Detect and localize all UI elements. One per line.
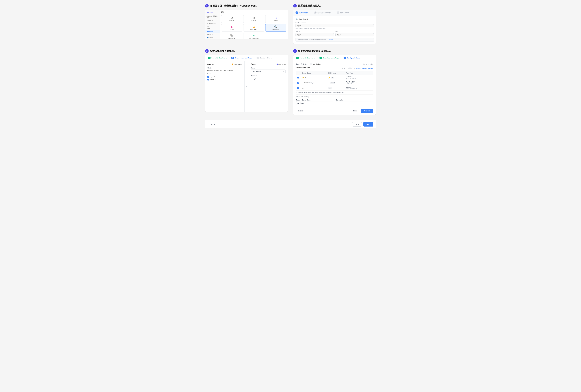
db-card-opensearch[interactable]: 🔍 OpenSearch: [265, 24, 286, 32]
connect-form: 🔍 OpenSearch Cluster Endpoint 例如 https:/…: [293, 16, 376, 44]
sidebar-nav-migrate[interactable]: ⇄ 数据迁移: [205, 30, 220, 33]
schema-row-text: text text VARCHA: [296, 86, 373, 91]
db-card-qdrant[interactable]: ◆ Qdrant: [221, 24, 242, 32]
row-text-field-type: VARCHAR Max Length 65535: [346, 86, 367, 90]
bottom-btn-group: Back Next: [352, 122, 373, 126]
auto-id-label: Auto ID: [342, 68, 347, 69]
source-info: Source: my-index: [363, 64, 373, 65]
advanced-section: Advanced Settings ∨ Target Collection Na…: [296, 94, 373, 105]
db-card-cloud-db[interactable]: ☁ 腾讯云向量数据库: [243, 32, 264, 39]
index-label-select-all: Select All: [210, 79, 216, 80]
target-coll-name: my_index: [313, 63, 320, 65]
wh-step3: 3 Configure Schema: [256, 56, 272, 59]
row-text-source-col: text: [302, 87, 326, 89]
schema-cancel-button[interactable]: Cancel: [296, 109, 306, 113]
source-cluster-label: Cluster: [208, 67, 242, 69]
step2-badge: 2: [293, 4, 297, 8]
schema-mapping-link[interactable]: Schema Mapping Guide ↗: [356, 68, 373, 69]
cluster-endpoint-hint: 例如 https://<id>.us-east-2.aoss.amazonaws…: [296, 28, 374, 29]
step4-panel: ✓ Connect to Data Source — ✓ Select Sour…: [293, 55, 376, 115]
source-tag: Elasticsearch: [232, 64, 242, 65]
schema-back-button[interactable]: Back: [350, 109, 359, 113]
target-pane-header: Target Zilliz Cloud: [251, 63, 286, 65]
sidebar-nav-current-org[interactable]: ⚙ 当前组织: [205, 19, 220, 22]
db-card-elasticsearch[interactable]: 🗂 Elasticsearch: [243, 24, 264, 32]
wizard-step3-num: 3: [337, 11, 340, 14]
migration-panel-title: 迁移: [221, 11, 286, 14]
wh-step1: ✓ Connect to Data Source: [208, 56, 227, 59]
sidebar-nav-clusters[interactable]: ◉ 集群: [205, 27, 220, 30]
target-pane: Target Zilliz Cloud Cluster Dedicated-02…: [248, 61, 288, 112]
wizard-step3: 3 配置 Schema: [337, 11, 349, 14]
row-vector-source-col: → vector dense_v...: [302, 82, 326, 84]
source-logo: 🔍 OpenSearch: [296, 18, 374, 20]
db-card-milvus[interactable]: ⬡ Milvus: [265, 15, 286, 23]
db-card-external-org[interactable]: ⊕ 外部组织: [243, 15, 264, 23]
col-header-field-type: Field Type: [344, 71, 368, 75]
step1-title: 在项目首页，选择数据迁移 > OpenSearch。: [210, 4, 258, 7]
password-input[interactable]: [336, 33, 374, 36]
username-label: 用户名: [296, 31, 334, 33]
next-button[interactable]: Next: [363, 122, 373, 126]
index-item-my-index[interactable]: ✓ my-index: [208, 76, 242, 78]
step3-wizard-header: ✓ Connect to Data Source — 2 Select Sour…: [205, 55, 288, 61]
target-cluster-label: Cluster: [251, 67, 286, 69]
sidebar-project: Zilliz Cloud 背景数据订阅: [205, 15, 220, 19]
index-label-my-index: my-index: [210, 76, 216, 78]
schema-row-vector: → vector dense_v... → vector: [296, 80, 373, 86]
db-card-postgresql[interactable]: 🐘 PostgreSQL: [221, 32, 242, 39]
sidebar-nav-space[interactable]: 空间: [205, 25, 220, 27]
step4-wh-step1: ✓ Connect to Data Source: [296, 56, 315, 59]
step4-wh-step2-num: ✓: [320, 56, 322, 59]
wizard-step1-num: 1: [296, 11, 298, 14]
sidebar-nav-api[interactable]: ◻ API Playground: [205, 22, 220, 25]
step3-panel: ✓ Connect to Data Source — 2 Select Sour…: [205, 55, 288, 112]
schema-controls: Auto ID Off Schema Mapping Guide ↗: [342, 68, 373, 70]
auto-id-toggle[interactable]: [348, 68, 352, 70]
step4-wh-step3-label: Configure Schema: [347, 57, 360, 59]
wizard-step1: 1 连接至数据源: [296, 11, 308, 14]
row-text-checkbox[interactable]: [297, 87, 299, 89]
collection-item: ▭ my-index: [251, 78, 286, 80]
row-vector-field-type: FLOAT_VECTOR Dimension 3: [346, 81, 367, 84]
advanced-title[interactable]: Advanced Settings ∨: [296, 96, 373, 98]
index-item-select-all[interactable]: ✓ Select All: [208, 78, 242, 81]
wh-step1-num: ✓: [208, 56, 210, 59]
source-index-label: Index: [208, 73, 242, 74]
row-text-field-name: text: [328, 87, 343, 89]
index-section: ✓ my-index ✓ Select All: [208, 76, 242, 81]
source-cluster-value: d7a558d0b8aa45128bcc341c3a57d46b: [208, 70, 242, 71]
zilliz-sidebar: project-007 Zilliz Cloud 背景数据订阅 ⚙ 当前组织 ◻…: [205, 10, 220, 39]
schema-migrate-button[interactable]: Migrate: [361, 109, 373, 113]
step1-badge: 1: [205, 4, 208, 8]
index-checkbox-my-index[interactable]: ✓: [208, 76, 209, 78]
db-card-current-org[interactable]: ◎ 当前组织: [221, 15, 242, 23]
sidebar-nav-users[interactable]: 👤 注册用户: [205, 36, 220, 39]
step4-wizard-header: ✓ Connect to Data Source — ✓ Select Sour…: [293, 55, 376, 61]
zilliz-main: 迁移 ◎ 当前组织 ⊕ 外部组织: [220, 10, 288, 39]
step4-wh-step2: ✓ Select Source and Target: [320, 56, 339, 59]
wh-arrow2: —: [254, 57, 255, 59]
schema-content: Target Collection 1 my_index Source: my-…: [293, 61, 376, 107]
schema-table: Source Column Field Name Field Type: [296, 71, 373, 91]
notice-link[interactable]: 了解更多: [328, 39, 333, 41]
step4-wh-step1-num: ✓: [296, 56, 299, 59]
index-checkbox-select-all[interactable]: ✓: [208, 79, 209, 80]
auto-id-value: Off: [353, 68, 355, 69]
row-vector-checkbox[interactable]: [297, 82, 299, 84]
step4-wh-step2-label: Select Source and Target: [323, 57, 339, 59]
username-input[interactable]: [296, 33, 334, 36]
target-cluster-dropdown[interactable]: Dedicated-02 ▾: [251, 70, 286, 73]
cluster-endpoint-input[interactable]: [296, 24, 374, 27]
step4-wh-arrow1: —: [316, 57, 318, 59]
wizard-step2-label: 选择迁移来源和目标: [318, 12, 330, 14]
back-button[interactable]: Back: [352, 122, 362, 126]
schema-btn-group: Back Migrate: [350, 109, 373, 113]
row-id-field-type: VARCHAR Max Length 255: [346, 76, 367, 79]
cancel-button[interactable]: Cancel: [208, 122, 218, 126]
target-coll-count: 1: [310, 63, 312, 65]
info-notice: ℹ The source metadata will be automatica…: [296, 91, 373, 94]
wizard-step1-label: 连接至数据源: [299, 12, 308, 14]
sidebar-nav-service[interactable]: ⚙ 服务中心: [205, 33, 220, 36]
row-id-checkbox[interactable]: [297, 76, 299, 78]
